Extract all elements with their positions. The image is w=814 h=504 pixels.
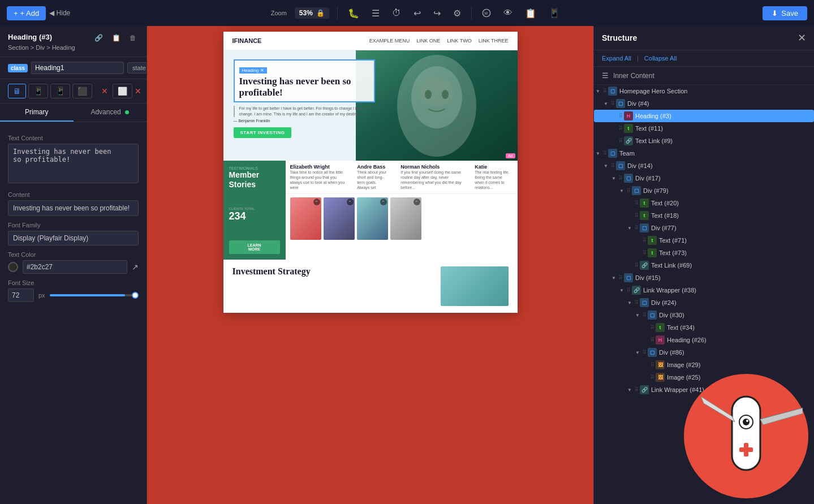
tree-node-div79[interactable]: ▼ ⠿ ▢ Div (#79)	[594, 184, 814, 197]
hero-cta-button[interactable]: START INVESTING	[234, 127, 292, 138]
state-button[interactable]: state	[127, 62, 147, 74]
tab-advanced[interactable]: Advanced	[74, 104, 147, 122]
inner-content-label: ☰ Inner Content	[594, 67, 814, 85]
link-button[interactable]: 🔗	[92, 32, 105, 44]
person2-name: Andre Bass	[357, 164, 389, 170]
tab-row: Primary Advanced	[0, 104, 147, 122]
structure-close-button[interactable]: ✕	[798, 32, 806, 44]
save-button[interactable]: ⬇ Save	[763, 6, 807, 20]
stories-cta-button[interactable]: LEARNMORE	[229, 240, 280, 254]
class-input[interactable]	[31, 62, 124, 74]
invest-image	[441, 266, 509, 306]
tree-node-text34[interactable]: ⠿ t Text (#34)	[594, 321, 814, 334]
undo-button[interactable]: ↩	[411, 6, 423, 21]
device-row: 🖥 📱 📱 ⬛ ✕ ⬜ ✕	[0, 79, 147, 104]
add-button[interactable]: + + Add	[7, 6, 46, 20]
tree-node-div77[interactable]: ▼ ⠿ ▢ Div (#77)	[594, 222, 814, 234]
invest-heading: Investment Strategy	[232, 266, 434, 277]
content-field[interactable]	[8, 200, 139, 216]
tree-node-div30[interactable]: ▼ ⠿ ▢ Div (#30)	[594, 309, 814, 321]
stories-sidebar: TESTIMONIALS Member Stories CLIENTS TOTA…	[223, 161, 286, 260]
color-input[interactable]	[23, 260, 127, 274]
story-photo-3: "	[357, 197, 388, 240]
tree-node-textlink69[interactable]: ⠿ 🔗 Text Link (#69)	[594, 259, 814, 272]
tree-node-text11[interactable]: ⠿ t Text (#11)	[594, 122, 814, 135]
tree-node-div86[interactable]: ▼ ⠿ ▢ Div (#86)	[594, 346, 814, 359]
mobile-device-button[interactable]: 📱	[50, 84, 70, 98]
content-label: Content	[8, 191, 139, 198]
stories-tag: TESTIMONIALS	[229, 166, 280, 170]
story-row-1: Elizabeth Wright Take time to notice all…	[286, 161, 518, 194]
story-photo-2: "	[324, 197, 355, 240]
wordpress-icon-button[interactable]: W	[480, 6, 493, 20]
debug-icon-button[interactable]: 🐛	[346, 6, 361, 21]
font-family-select[interactable]: Display (Playfair Display)	[8, 231, 139, 245]
font-size-row: px	[8, 288, 139, 302]
site-nav-links: EXAMPLE MENU LINK ONE LINK TWO LINK THRE…	[369, 38, 509, 44]
tab-primary[interactable]: Primary	[0, 104, 74, 122]
tree-node-text73[interactable]: ⠿ t Text (#73)	[594, 247, 814, 259]
expand-all-link[interactable]: Expand All	[602, 55, 631, 62]
desktop-device-button[interactable]: 🖥	[8, 84, 26, 98]
person1-name: Elizabeth Wright	[290, 164, 346, 170]
extra-close-button[interactable]: ✕	[135, 87, 141, 96]
person4-name: Katie	[475, 164, 512, 170]
tablet-device-button[interactable]: 📱	[28, 84, 48, 98]
tree-node-team[interactable]: ▼ ⠿ ▢ Team	[594, 147, 814, 160]
zoom-label: Zoom	[271, 10, 287, 16]
revisions-icon-button[interactable]: 📋	[523, 6, 539, 21]
redo-button[interactable]: ↪	[431, 6, 443, 21]
extra-device-button[interactable]: ⬜	[113, 84, 132, 98]
delete-button[interactable]: 🗑	[127, 32, 139, 44]
toolbar-center: Zoom 53% 🔒 🐛 ☰ ⏱ ↩ ↪ ⚙ W 👁 📋 📱	[271, 6, 562, 21]
font-unit: px	[38, 292, 45, 299]
tree-node-text71[interactable]: ⠿ t Text (#71)	[594, 234, 814, 247]
main-layout: Heading (#3) 🔗 📋 🗑 Section > Div > Headi…	[0, 26, 814, 504]
text-color-label: Text Color	[8, 251, 139, 258]
font-size-input[interactable]	[8, 288, 34, 302]
align-icon-button[interactable]: ☰	[369, 6, 382, 21]
tree-node-text20[interactable]: ⠿ t Text (#20)	[594, 197, 814, 209]
close-device-button[interactable]: ✕	[101, 87, 108, 96]
tree-node-div15[interactable]: ▼ ⠿ ▢ Div (#15)	[594, 272, 814, 284]
tree-node-div24[interactable]: ▼ ⠿ ▢ Div (#24)	[594, 296, 814, 309]
font-size-label: Font Size	[8, 279, 139, 286]
text-content-field[interactable]: Investing has never been so profitable!	[8, 144, 139, 183]
tree-node-text18[interactable]: ⠿ t Text (#18)	[594, 209, 814, 222]
tree-node-textlink9[interactable]: ⠿ 🔗 Text Link (#9)	[594, 135, 814, 147]
download-icon: ⬇	[772, 9, 778, 18]
preview-icon-button[interactable]: 👁	[501, 6, 515, 20]
tablet-landscape-button[interactable]: ⬛	[72, 84, 92, 98]
color-picker-button[interactable]: ↗	[132, 262, 139, 272]
panel-title: Heading (#3)	[8, 33, 52, 41]
tree-node-heading3[interactable]: ⠿ H Heading (#3)	[594, 110, 814, 122]
add-label: + Add	[20, 9, 40, 18]
collapse-all-link[interactable]: Collapse All	[644, 55, 677, 62]
text-content-label: Text Content	[8, 135, 139, 141]
copy-button[interactable]: 📋	[110, 32, 123, 44]
tree-node-div4[interactable]: ▼ ⠿ ▢ Div (#4)	[594, 97, 814, 110]
hero-quote-attr: — Benjamin Franklin	[234, 119, 375, 123]
toolbar: + + Add ◀ Hide Zoom 53% 🔒 🐛 ☰ ⏱ ↩ ↪ ⚙ W …	[0, 0, 814, 26]
tree-node-image29[interactable]: ⠿ 🖼 Image (#29)	[594, 359, 814, 371]
tree-node-image25[interactable]: ⠿ 🖼 Image (#25)	[594, 371, 814, 384]
hide-button[interactable]: ◀ Hide	[49, 9, 70, 17]
tree-node-homepage-hero[interactable]: ▼ ⠿ ▢ Homepage Hero Section	[594, 85, 814, 97]
responsive-icon-button[interactable]: 📱	[546, 6, 562, 21]
font-size-slider[interactable]	[50, 294, 139, 296]
font-family-label: Font Family	[8, 222, 139, 229]
tree-node-linkwrapper41[interactable]: ▼ ⠿ 🔗 Link Wrapper (#41)	[594, 384, 814, 396]
panel-header: Heading (#3) 🔗 📋 🗑 Section > Div > Headi…	[0, 26, 147, 57]
history-icon-button[interactable]: ⏱	[390, 6, 403, 20]
tree-node-div14[interactable]: ▼ ⠿ ▢ Div (#14)	[594, 160, 814, 172]
color-swatch[interactable]	[8, 262, 18, 272]
stories-count: 234	[229, 210, 280, 222]
left-panel: Heading (#3) 🔗 📋 🗑 Section > Div > Headi…	[0, 26, 147, 504]
connections-icon-button[interactable]: ⚙	[451, 6, 463, 21]
tree-node-heading26[interactable]: ⠿ H Heading (#26)	[594, 334, 814, 346]
tree-node-linkwrapper38[interactable]: ▼ ⠿ 🔗 Link Wrapper (#38)	[594, 284, 814, 296]
tree-node-div17[interactable]: ▼ ⠿ ▢ Div (#17)	[594, 172, 814, 184]
story-person-2: Andre Bass Think about your short and lo…	[357, 164, 389, 190]
hero-quote: For my life to get better I have to get …	[234, 106, 375, 117]
zoom-control[interactable]: 53% 🔒	[295, 7, 329, 19]
